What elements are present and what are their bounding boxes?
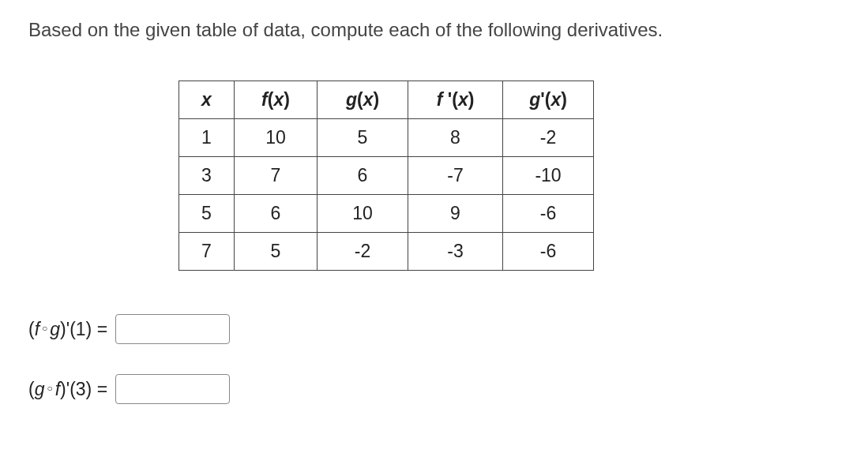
question-2-row: (g○f)'(3) = xyxy=(28,374,840,404)
cell-x: 1 xyxy=(179,119,235,157)
cell-x: 5 xyxy=(179,195,235,233)
cell-gpx: -10 xyxy=(503,157,594,195)
answer-section: (f○g)'(1) = (g○f)'(3) = xyxy=(28,314,840,404)
question-1-row: (f○g)'(1) = xyxy=(28,314,840,344)
question-1-label: (f○g)'(1) = xyxy=(28,319,107,340)
header-gprime-x: g'(x) xyxy=(503,81,594,119)
cell-gx: -2 xyxy=(318,233,408,271)
cell-gx: 6 xyxy=(318,157,408,195)
header-x: x xyxy=(179,81,235,119)
cell-gpx: -2 xyxy=(503,119,594,157)
cell-fpx: 8 xyxy=(408,119,503,157)
table-row: 1 10 5 8 -2 xyxy=(179,119,594,157)
table-header-row: x f(x) g(x) f '(x) g'(x) xyxy=(179,81,594,119)
cell-x: 7 xyxy=(179,233,235,271)
data-table-wrapper: x f(x) g(x) f '(x) g'(x) 1 10 5 8 -2 3 7… xyxy=(28,80,840,271)
cell-fx: 7 xyxy=(235,157,318,195)
cell-fx: 6 xyxy=(235,195,318,233)
cell-fx: 10 xyxy=(235,119,318,157)
data-table: x f(x) g(x) f '(x) g'(x) 1 10 5 8 -2 3 7… xyxy=(178,80,594,271)
cell-fpx: -7 xyxy=(408,157,503,195)
cell-fx: 5 xyxy=(235,233,318,271)
cell-gpx: -6 xyxy=(503,195,594,233)
header-gx: g(x) xyxy=(318,81,408,119)
cell-fpx: -3 xyxy=(408,233,503,271)
table-row: 7 5 -2 -3 -6 xyxy=(179,233,594,271)
header-fprime-x: f '(x) xyxy=(408,81,503,119)
question-prompt: Based on the given table of data, comput… xyxy=(28,19,840,41)
question-2-label: (g○f)'(3) = xyxy=(28,379,107,400)
table-row: 3 7 6 -7 -10 xyxy=(179,157,594,195)
cell-gx: 5 xyxy=(318,119,408,157)
header-fx: f(x) xyxy=(235,81,318,119)
table-row: 5 6 10 9 -6 xyxy=(179,195,594,233)
cell-x: 3 xyxy=(179,157,235,195)
answer-input-2[interactable] xyxy=(115,374,230,404)
cell-gpx: -6 xyxy=(503,233,594,271)
answer-input-1[interactable] xyxy=(115,314,230,344)
cell-gx: 10 xyxy=(318,195,408,233)
cell-fpx: 9 xyxy=(408,195,503,233)
